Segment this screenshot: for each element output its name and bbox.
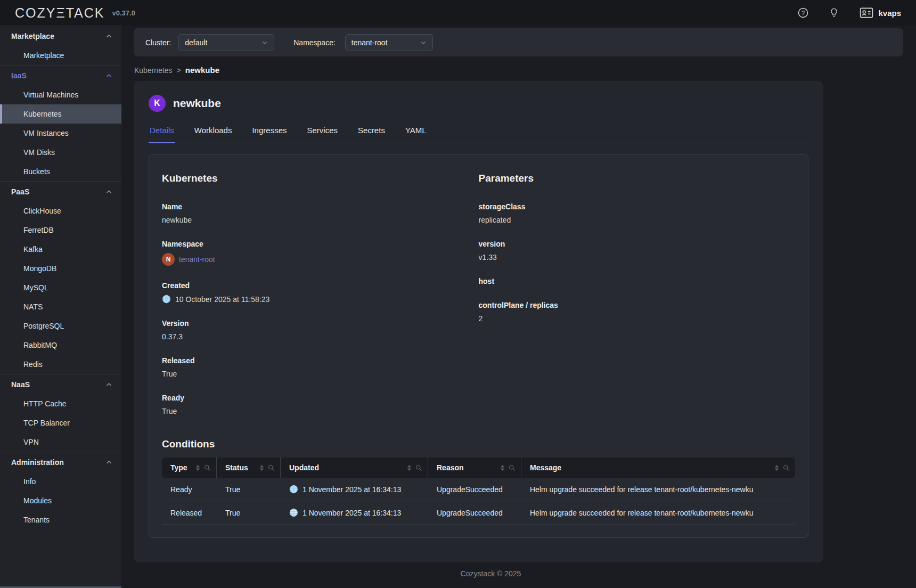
search-icon[interactable] (415, 464, 422, 471)
field-namespace: Namespace N tenant-root (162, 240, 479, 266)
conditions-table: Type Status (162, 458, 795, 525)
tab-secrets[interactable]: Secrets (357, 123, 386, 143)
sidebar-item-vm-instances[interactable]: VM Instances (0, 124, 121, 143)
sort-icon[interactable] (259, 464, 264, 471)
search-icon[interactable] (204, 464, 211, 471)
lightbulb-icon[interactable] (829, 7, 839, 18)
sidebar-group-marketplace: Marketplace Marketplace (0, 26, 121, 65)
sidebar-group-administration: Administration Info Modules Tenants (0, 452, 121, 529)
sidebar-item-info[interactable]: Info (0, 472, 121, 491)
field-host: host (479, 277, 796, 285)
kubernetes-avatar: K (149, 95, 166, 112)
search-icon[interactable] (268, 464, 275, 471)
sidebar-group-naas: NaaS HTTP Cache TCP Balancer VPN (0, 374, 121, 452)
page-title: newkube (173, 97, 221, 110)
section-title-conditions: Conditions (162, 438, 795, 450)
help-icon[interactable]: ? (798, 7, 808, 18)
sidebar-item-virtual-machines[interactable]: Virtual Machines (0, 85, 121, 104)
column-header-reason: Reason (428, 458, 521, 478)
field-ready: Ready True (162, 394, 479, 415)
search-icon[interactable] (509, 464, 516, 471)
sidebar-group-header-paas[interactable]: PaaS (0, 182, 121, 201)
app-logo: COZYΞTACK (15, 5, 105, 21)
sidebar-item-mongodb[interactable]: MongoDB (0, 259, 121, 278)
sidebar-item-redis[interactable]: Redis (0, 355, 121, 374)
cluster-select[interactable]: default (178, 34, 274, 51)
cluster-label: Cluster: (145, 38, 171, 47)
sidebar-group-paas: PaaS ClickHouse FerretDB Kafka MongoDB M… (0, 181, 121, 374)
sidebar-item-tcp-balancer[interactable]: TCP Balancer (0, 413, 121, 432)
chevron-up-icon (106, 460, 112, 464)
main-content: Cluster: default Namespace: tenant-root … (121, 26, 916, 588)
namespace-select[interactable]: tenant-root (345, 34, 433, 51)
user-menu[interactable]: kvaps (860, 7, 901, 19)
tab-yaml[interactable]: YAML (404, 123, 428, 143)
tab-workloads[interactable]: Workloads (193, 123, 233, 143)
sidebar-item-rabbitmq[interactable]: RabbitMQ (0, 336, 121, 355)
sidebar: Marketplace Marketplace IaaS Virtual Mac… (0, 26, 121, 588)
table-row-released[interactable]: Released True 1 November 2025 at 16:34:1… (162, 501, 795, 525)
globe-icon (289, 485, 298, 494)
field-controlplane-replicas: controlPlane / replicas 2 (479, 301, 796, 323)
sidebar-item-ferretdb[interactable]: FerretDB (0, 220, 121, 240)
search-icon[interactable] (783, 464, 790, 471)
footer-text: Cozystack © 2025 (146, 562, 836, 578)
sort-icon[interactable] (195, 464, 200, 471)
sidebar-group-header-naas[interactable]: NaaS (0, 374, 121, 394)
field-version: Version 0.37.3 (162, 319, 479, 341)
sidebar-item-postgresql[interactable]: PostgreSQL (0, 316, 121, 336)
column-header-type: Type (162, 458, 217, 478)
section-title-kubernetes: Kubernetes (162, 173, 479, 184)
sidebar-group-header-administration[interactable]: Administration (0, 452, 121, 472)
field-created: Created 10 October 2025 at 11:58:23 (162, 281, 479, 304)
sort-icon[interactable] (407, 464, 412, 471)
sidebar-item-clickhouse[interactable]: ClickHouse (0, 201, 121, 220)
breadcrumb-separator: > (177, 66, 181, 75)
context-filter-bar: Cluster: default Namespace: tenant-root (134, 28, 903, 56)
chevron-up-icon (106, 190, 112, 194)
tab-details[interactable]: Details (149, 123, 175, 143)
column-header-message: Message (521, 458, 795, 478)
sidebar-item-http-cache[interactable]: HTTP Cache (0, 394, 121, 413)
globe-icon (289, 508, 298, 517)
breadcrumb-kubernetes[interactable]: Kubernetes (134, 66, 173, 75)
tab-services[interactable]: Services (306, 123, 339, 143)
sidebar-item-marketplace[interactable]: Marketplace (0, 46, 121, 65)
sidebar-item-buckets[interactable]: Buckets (0, 162, 121, 181)
sidebar-item-kubernetes[interactable]: Kubernetes (0, 104, 121, 124)
sidebar-group-header-iaas[interactable]: IaaS (0, 66, 121, 85)
tab-bar: Details Workloads Ingresses Services Sec… (149, 123, 808, 143)
tab-ingresses[interactable]: Ingresses (251, 123, 288, 143)
chevron-up-icon (106, 382, 112, 387)
user-badge-icon (860, 7, 873, 19)
sidebar-item-kafka[interactable]: Kafka (0, 240, 121, 259)
resource-card: K newkube Details Workloads Ingresses Se… (134, 81, 823, 562)
sidebar-item-mysql[interactable]: MySQL (0, 278, 121, 297)
namespace-link[interactable]: tenant-root (179, 255, 215, 264)
breadcrumb: Kubernetes > newkube (134, 66, 903, 75)
sidebar-item-vpn[interactable]: VPN (0, 432, 121, 452)
conditions-table-header: Type Status (162, 458, 795, 478)
chevron-up-icon (106, 74, 112, 78)
column-header-updated: Updated (281, 458, 428, 478)
topbar: COZYΞTACK v0.37.0 ? kvaps (0, 0, 916, 26)
namespace-avatar: N (162, 253, 175, 266)
namespace-label: Namespace: (293, 38, 336, 47)
sidebar-item-nats[interactable]: NATS (0, 297, 121, 316)
details-panel: Kubernetes Name newkube Namespace N tena… (149, 154, 808, 538)
field-released: Released True (162, 356, 479, 378)
sidebar-item-vm-disks[interactable]: VM Disks (0, 143, 121, 162)
field-storageclass: storageClass replicated (479, 202, 796, 224)
sidebar-item-modules[interactable]: Modules (0, 491, 121, 510)
sidebar-item-tenants[interactable]: Tenants (0, 510, 121, 529)
section-title-parameters: Parameters (479, 173, 796, 184)
sort-icon[interactable] (500, 464, 505, 471)
column-header-status: Status (217, 458, 281, 478)
chevron-up-icon (106, 34, 112, 38)
sidebar-group-iaas: IaaS Virtual Machines Kubernetes VM Inst… (0, 65, 121, 181)
table-row-ready[interactable]: Ready True 1 November 2025 at 16:34:13 U… (162, 478, 795, 501)
sort-icon[interactable] (774, 464, 779, 471)
svg-text:?: ? (802, 10, 805, 16)
sidebar-group-header-marketplace[interactable]: Marketplace (0, 26, 121, 46)
chevron-down-icon (261, 39, 268, 46)
